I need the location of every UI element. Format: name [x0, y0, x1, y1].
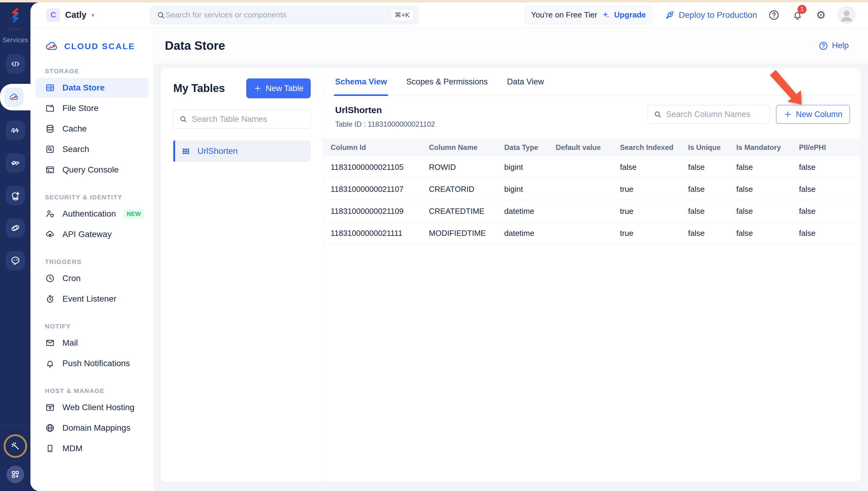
section-notify: NOTIFY [30, 323, 154, 330]
col-header: Search Indexed [620, 143, 688, 152]
apps-grid-icon[interactable] [7, 466, 24, 483]
sidebar-item-cron[interactable]: Cron [35, 268, 149, 288]
table-item-name: UrlShorten [197, 146, 238, 156]
sidebar-item-label: File Store [62, 104, 98, 113]
sidebar-item-label: Web Client Hosting [62, 403, 134, 412]
rings-service-icon[interactable] [6, 219, 25, 238]
code-service-icon[interactable] [6, 54, 25, 74]
cell-column-id: 11831000000021109 [331, 207, 429, 216]
upgrade-link[interactable]: Upgrade [614, 10, 646, 20]
chevron-down-icon: ▾ [91, 11, 94, 19]
project-name: Catly [65, 10, 87, 20]
partners-service-icon[interactable] [6, 153, 25, 173]
rail-bottom-divider [0, 425, 30, 425]
free-tier-label: You're on Free Tier [531, 10, 597, 20]
cron-clock-icon [45, 273, 55, 284]
sidebar-item-push-notifications[interactable]: Push Notifications [35, 353, 149, 373]
globe-icon [45, 423, 55, 433]
new-column-button[interactable]: New Column [776, 105, 850, 124]
zia-service-icon[interactable] [6, 121, 25, 140]
user-avatar[interactable] [838, 6, 855, 24]
cell-is-unique: false [688, 163, 736, 172]
sidebar-item-label: MDM [62, 444, 83, 453]
cache-icon [45, 124, 55, 134]
table-row: 11831000000021105 ROWID bigint false fal… [323, 156, 861, 178]
table-row: 11831000000021109 CREATEDTIME datetime t… [323, 200, 861, 222]
deploy-to-production-button[interactable]: Deploy to Production [665, 10, 757, 20]
sidebar-item-label: Cache [62, 124, 87, 134]
tab-scopes-permissions[interactable]: Scopes & Permissions [406, 68, 488, 96]
notifications-bell-icon[interactable]: 1 [791, 8, 804, 22]
sidebar-item-query-console[interactable]: Query Console [35, 160, 149, 180]
data-store-icon [45, 83, 55, 93]
brand-title: CLOUD SCALE [64, 41, 135, 51]
cell-search-indexed: true [620, 184, 688, 194]
sidebar-item-file-store[interactable]: File Store [35, 98, 149, 118]
sidebar-item-label: Domain Mappings [62, 423, 130, 433]
help-circle-icon[interactable] [767, 8, 781, 22]
table-list-item-urlshorten[interactable]: UrlShorten [173, 141, 311, 162]
cell-column-id: 11831000000021107 [331, 184, 429, 194]
global-search-input[interactable] [165, 10, 391, 20]
new-table-button[interactable]: New Table [246, 79, 311, 98]
tab-schema-view[interactable]: Schema View [335, 68, 387, 96]
table-search[interactable] [173, 110, 311, 128]
sidebar-item-label: Query Console [62, 165, 119, 175]
crystal-ball-service-icon[interactable] [6, 186, 25, 205]
col-header: Column Name [429, 143, 504, 152]
push-notifications-bell-icon [45, 358, 55, 369]
col-header: PII/ePHI [799, 143, 861, 152]
catalyst-logo[interactable] [5, 5, 25, 25]
cell-column-id: 11831000000021105 [331, 163, 429, 172]
page-title: Data Store [165, 39, 225, 53]
sidebar-item-mdm[interactable]: MDM [35, 438, 149, 458]
keyboard-shortcut-badge: ⌘+K [391, 9, 413, 21]
settings-gear-icon[interactable]: ⚙ [814, 8, 828, 22]
view-tabs: Schema View Scopes & Permissions Data Vi… [323, 68, 861, 96]
sidebar-item-authentication[interactable]: Authentication NEW [35, 204, 149, 224]
sidebar-item-data-store[interactable]: Data Store [35, 78, 149, 98]
help-icon [818, 41, 828, 51]
column-search[interactable] [648, 105, 770, 124]
sidebar-item-domain-mappings[interactable]: Domain Mappings [35, 418, 149, 438]
cloud-scale-service-icon[interactable] [4, 87, 24, 107]
service-rail: Services [0, 2, 30, 491]
chat-bot-service-icon[interactable] [6, 251, 25, 270]
magic-wand-icon[interactable] [4, 434, 27, 458]
cell-column-name: CREATORID [429, 184, 504, 194]
cloud-scale-brand: CLOUD SCALE [30, 39, 154, 54]
table-search-input[interactable] [192, 115, 305, 124]
cell-is-mandatory: false [736, 229, 799, 238]
col-header: Column Id [331, 143, 429, 152]
cell-column-name: CREATEDTIME [429, 207, 504, 216]
sparkle-icon [601, 11, 610, 19]
sidebar-item-api-gateway[interactable]: API Gateway [35, 224, 149, 244]
services-label: Services [2, 36, 28, 44]
data-store-card: My Tables New Table [161, 68, 861, 482]
sidebar-item-search[interactable]: Search [35, 139, 149, 159]
sidebar-item-label: Authentication [62, 209, 116, 219]
cell-data-type: bigint [504, 184, 556, 194]
sidebar-item-label: Mail [62, 338, 78, 348]
plus-icon [253, 84, 262, 93]
search-service-icon [45, 144, 55, 154]
sidebar-item-event-listener[interactable]: Event Listener [35, 289, 149, 309]
deploy-label: Deploy to Production [679, 10, 757, 20]
authentication-icon [45, 209, 55, 219]
project-selector[interactable]: C Catly ▾ [46, 8, 94, 22]
global-search[interactable]: ⌘+K [150, 6, 418, 24]
cell-pii: false [799, 163, 861, 172]
sidebar-item-web-client-hosting[interactable]: Web Client Hosting [35, 398, 149, 417]
tab-data-view[interactable]: Data View [507, 68, 544, 96]
sidebar-item-label: API Gateway [62, 230, 112, 239]
search-icon [653, 110, 662, 118]
help-label: Help [832, 41, 849, 50]
search-icon [156, 10, 165, 20]
help-link[interactable]: Help [818, 41, 849, 51]
sidebar-item-label: Data Store [62, 83, 104, 93]
column-search-input[interactable] [666, 110, 764, 119]
cell-search-indexed: true [620, 229, 688, 238]
cell-is-unique: false [688, 184, 736, 194]
sidebar-item-cache[interactable]: Cache [35, 119, 149, 139]
sidebar-item-mail[interactable]: Mail [35, 333, 149, 353]
